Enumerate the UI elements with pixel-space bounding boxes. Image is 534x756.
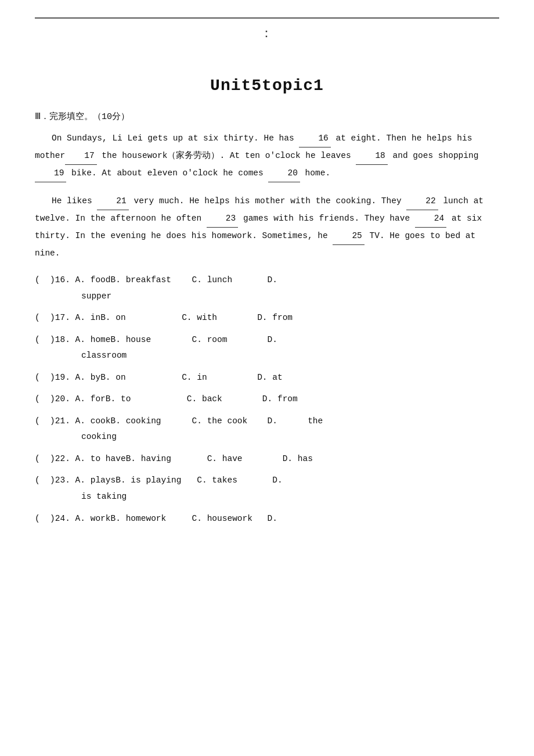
section-header: Ⅲ．完形填空。（10分） <box>35 111 499 122</box>
choice-row-24: ( )24. A. work B. homework C. housework … <box>35 511 499 527</box>
choice-num-22: ( )22. A. to have <box>35 451 126 467</box>
blank-21: 21 <box>97 193 128 210</box>
choice-18d: D. <box>268 332 277 348</box>
choice-18-overflow: classroom <box>35 348 499 364</box>
blank-20: 20 <box>268 165 300 182</box>
choice-17c: C. with <box>182 310 257 326</box>
blank-23: 23 <box>207 210 238 228</box>
blank-25: 25 <box>333 228 364 245</box>
choice-21d: D. the <box>268 413 323 430</box>
choice-num-18: ( )18. A. home <box>35 332 111 348</box>
passage-paragraph-1: On Sundays, Li Lei gets up at six thirty… <box>35 130 499 182</box>
choice-row-20: ( )20. A. for B. to C. back D. from <box>35 391 499 408</box>
choice-23c: C. takes <box>197 473 272 489</box>
choice-22d: D. has <box>283 451 313 467</box>
choice-row-18: ( )18. A. home B. house C. room D. class… <box>35 332 499 364</box>
blank-19: 19 <box>35 165 66 182</box>
blank-22: 22 <box>406 193 438 210</box>
blank-24: 24 <box>415 210 446 228</box>
choice-18c: C. room <box>192 332 268 348</box>
choice-20d: D. from <box>262 391 298 408</box>
choice-row-19: ( )19. A. by B. on C. in D. at <box>35 370 499 386</box>
top-divider <box>35 17 499 19</box>
choice-num-19: ( )19. A. by <box>35 370 100 386</box>
choice-row-22: ( )22. A. to have B. having C. have D. h… <box>35 451 499 467</box>
choice-24b: B. homework <box>111 511 192 527</box>
choice-23-overflow: is taking <box>35 489 499 505</box>
choice-row-17: ( )17. A. in B. on C. with D. from <box>35 310 499 326</box>
dots-decoration: ： <box>35 24 499 42</box>
choice-17d: D. from <box>257 310 293 326</box>
choice-19c: C. in <box>182 370 257 386</box>
choice-23b: B. is playing <box>116 473 197 489</box>
choice-19b: B. on <box>100 370 182 386</box>
choices-section: ( )16. A. food B. breakfast C. lunch D. … <box>35 272 499 527</box>
blank-17: 17 <box>65 147 96 165</box>
choice-num-17: ( )17. A. in <box>35 310 100 326</box>
choice-23d: D. <box>272 473 282 489</box>
choice-21b: B. cooking <box>111 413 192 430</box>
choice-21-overflow: cooking <box>35 429 499 445</box>
choice-16b: B. breakfast <box>111 272 192 289</box>
passage-paragraph-2: He likes 21 very much. He helps his moth… <box>35 193 499 262</box>
choice-16d: D. <box>268 272 277 289</box>
choice-num-23: ( )23. A. plays <box>35 473 116 489</box>
choice-22b: B. having <box>126 451 207 467</box>
blank-18: 18 <box>356 147 387 165</box>
choice-row-23: ( )23. A. plays B. is playing C. takes D… <box>35 473 499 505</box>
blank-16: 16 <box>299 130 330 147</box>
choice-num-20: ( )20. A. for <box>35 391 106 408</box>
choice-row-21: ( )21. A. cook B. cooking C. the cook D.… <box>35 413 499 445</box>
choice-20b: B. to <box>106 391 187 408</box>
choice-num-16: ( )16. A. food <box>35 272 111 289</box>
page-title: Unit5topic1 <box>35 77 499 95</box>
choice-20c: C. back <box>187 391 262 408</box>
choice-24c: C. housework <box>192 511 268 527</box>
choice-21c: C. the cook <box>192 413 268 430</box>
choice-num-24: ( )24. A. work <box>35 511 111 527</box>
choice-num-21: ( )21. A. cook <box>35 413 111 430</box>
choice-16-overflow: supper <box>35 289 499 305</box>
choice-row-16: ( )16. A. food B. breakfast C. lunch D. … <box>35 272 499 304</box>
page: ： Unit5topic1 Ⅲ．完形填空。（10分） On Sundays, L… <box>0 0 534 756</box>
choice-22c: C. have <box>207 451 283 467</box>
choice-16c: C. lunch <box>192 272 268 289</box>
choice-19d: D. at <box>257 370 283 386</box>
choice-18b: B. house <box>111 332 192 348</box>
choice-17b: B. on <box>100 310 182 326</box>
choice-24d: D. <box>268 511 277 527</box>
